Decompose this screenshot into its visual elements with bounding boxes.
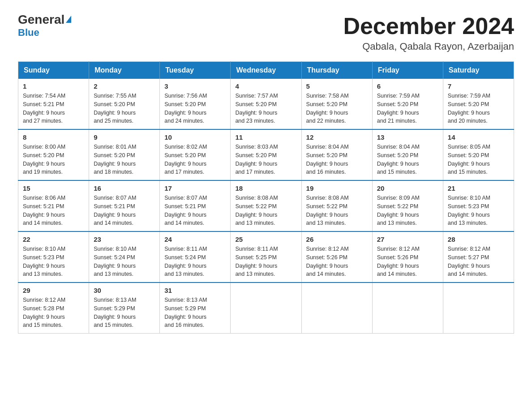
day-number: 31 [164,287,226,294]
calendar-cell: 1 Sunrise: 7:54 AM Sunset: 5:21 PM Dayli… [18,79,89,129]
day-number: 18 [235,184,296,192]
weekday-header-saturday: Saturday [443,62,514,79]
day-info: Sunrise: 8:10 AM Sunset: 5:24 PM Dayligh… [94,245,155,278]
day-number: 28 [448,235,509,243]
calendar-cell: 4 Sunrise: 7:57 AM Sunset: 5:20 PM Dayli… [231,79,301,129]
day-number: 23 [94,235,155,243]
day-number: 26 [306,235,368,243]
day-number: 25 [235,235,296,243]
day-info: Sunrise: 7:58 AM Sunset: 5:20 PM Dayligh… [306,92,368,125]
day-info: Sunrise: 8:04 AM Sunset: 5:20 PM Dayligh… [377,143,438,176]
day-info: Sunrise: 8:06 AM Sunset: 5:21 PM Dayligh… [23,194,84,227]
day-number: 21 [448,184,509,192]
calendar-cell: 30 Sunrise: 8:13 AM Sunset: 5:29 PM Dayl… [89,283,160,334]
calendar-cell: 3 Sunrise: 7:56 AM Sunset: 5:20 PM Dayli… [160,79,231,129]
day-info: Sunrise: 8:12 AM Sunset: 5:26 PM Dayligh… [306,245,368,278]
day-number: 27 [377,235,438,243]
day-number: 11 [235,133,296,141]
page-header: General Blue December 2024 Qabala, Qabal… [18,13,514,52]
calendar-cell: 13 Sunrise: 8:04 AM Sunset: 5:20 PM Dayl… [372,129,443,180]
day-number: 12 [306,133,368,141]
day-number: 9 [94,133,155,141]
day-info: Sunrise: 7:55 AM Sunset: 5:20 PM Dayligh… [94,92,155,125]
calendar-cell: 14 Sunrise: 8:05 AM Sunset: 5:20 PM Dayl… [443,129,514,180]
day-number: 24 [164,235,226,243]
day-number: 7 [448,82,509,90]
calendar-cell: 8 Sunrise: 8:00 AM Sunset: 5:20 PM Dayli… [18,129,89,180]
calendar-week-row: 22 Sunrise: 8:10 AM Sunset: 5:23 PM Dayl… [18,231,514,283]
day-info: Sunrise: 8:03 AM Sunset: 5:20 PM Dayligh… [235,143,296,176]
title-section: December 2024 Qabala, Qabala Rayon, Azer… [343,13,514,52]
day-info: Sunrise: 7:59 AM Sunset: 5:20 PM Dayligh… [448,92,509,125]
logo: General Blue [18,13,71,39]
day-info: Sunrise: 8:01 AM Sunset: 5:20 PM Dayligh… [94,143,155,176]
calendar-cell [301,283,372,334]
calendar-cell: 9 Sunrise: 8:01 AM Sunset: 5:20 PM Dayli… [89,129,160,180]
day-number: 19 [306,184,368,192]
day-number: 13 [377,133,438,141]
calendar-cell: 11 Sunrise: 8:03 AM Sunset: 5:20 PM Dayl… [231,129,301,180]
day-info: Sunrise: 8:02 AM Sunset: 5:20 PM Dayligh… [164,143,226,176]
calendar-cell [231,283,301,334]
calendar-table: SundayMondayTuesdayWednesdayThursdayFrid… [18,61,514,334]
day-number: 8 [23,133,84,141]
day-number: 30 [94,287,155,294]
calendar-cell: 18 Sunrise: 8:08 AM Sunset: 5:22 PM Dayl… [231,180,301,231]
calendar-week-row: 1 Sunrise: 7:54 AM Sunset: 5:21 PM Dayli… [18,79,514,129]
day-info: Sunrise: 7:57 AM Sunset: 5:20 PM Dayligh… [235,92,296,125]
day-info: Sunrise: 8:07 AM Sunset: 5:21 PM Dayligh… [94,194,155,227]
calendar-cell: 27 Sunrise: 8:12 AM Sunset: 5:26 PM Dayl… [372,231,443,283]
day-info: Sunrise: 8:05 AM Sunset: 5:20 PM Dayligh… [448,143,509,176]
day-info: Sunrise: 8:11 AM Sunset: 5:25 PM Dayligh… [235,245,296,278]
calendar-cell: 5 Sunrise: 7:58 AM Sunset: 5:20 PM Dayli… [301,79,372,129]
weekday-header-sunday: Sunday [18,62,89,79]
day-info: Sunrise: 8:09 AM Sunset: 5:22 PM Dayligh… [377,194,438,227]
location-title: Qabala, Qabala Rayon, Azerbaijan [343,41,514,52]
day-number: 2 [94,82,155,90]
weekday-header-wednesday: Wednesday [231,62,301,79]
calendar-cell: 2 Sunrise: 7:55 AM Sunset: 5:20 PM Dayli… [89,79,160,129]
day-info: Sunrise: 7:56 AM Sunset: 5:20 PM Dayligh… [164,92,226,125]
day-info: Sunrise: 8:04 AM Sunset: 5:20 PM Dayligh… [306,143,368,176]
day-info: Sunrise: 8:07 AM Sunset: 5:21 PM Dayligh… [164,194,226,227]
calendar-cell: 6 Sunrise: 7:59 AM Sunset: 5:20 PM Dayli… [372,79,443,129]
day-number: 16 [94,184,155,192]
calendar-cell: 23 Sunrise: 8:10 AM Sunset: 5:24 PM Dayl… [89,231,160,283]
calendar-cell: 20 Sunrise: 8:09 AM Sunset: 5:22 PM Dayl… [372,180,443,231]
weekday-header-friday: Friday [372,62,443,79]
day-info: Sunrise: 7:59 AM Sunset: 5:20 PM Dayligh… [377,92,438,125]
day-info: Sunrise: 8:12 AM Sunset: 5:26 PM Dayligh… [377,245,438,278]
weekday-header-tuesday: Tuesday [160,62,231,79]
day-info: Sunrise: 8:12 AM Sunset: 5:28 PM Dayligh… [23,296,84,330]
calendar-cell: 12 Sunrise: 8:04 AM Sunset: 5:20 PM Dayl… [301,129,372,180]
calendar-cell: 17 Sunrise: 8:07 AM Sunset: 5:21 PM Dayl… [160,180,231,231]
day-number: 10 [164,133,226,141]
calendar-cell [443,283,514,334]
calendar-cell: 19 Sunrise: 8:08 AM Sunset: 5:22 PM Dayl… [301,180,372,231]
day-info: Sunrise: 8:10 AM Sunset: 5:23 PM Dayligh… [448,194,509,227]
calendar-cell: 10 Sunrise: 8:02 AM Sunset: 5:20 PM Dayl… [160,129,231,180]
day-info: Sunrise: 8:08 AM Sunset: 5:22 PM Dayligh… [306,194,368,227]
logo-general: General [18,13,71,26]
day-number: 6 [377,82,438,90]
day-number: 1 [23,82,84,90]
calendar-cell [372,283,443,334]
month-title: December 2024 [343,13,514,39]
day-number: 20 [377,184,438,192]
calendar-cell: 24 Sunrise: 8:11 AM Sunset: 5:24 PM Dayl… [160,231,231,283]
day-info: Sunrise: 8:08 AM Sunset: 5:22 PM Dayligh… [235,194,296,227]
calendar-week-row: 15 Sunrise: 8:06 AM Sunset: 5:21 PM Dayl… [18,180,514,231]
calendar-cell: 21 Sunrise: 8:10 AM Sunset: 5:23 PM Dayl… [443,180,514,231]
day-number: 22 [23,235,84,243]
calendar-cell: 29 Sunrise: 8:12 AM Sunset: 5:28 PM Dayl… [18,283,89,334]
day-number: 14 [448,133,509,141]
day-number: 15 [23,184,84,192]
calendar-cell: 25 Sunrise: 8:11 AM Sunset: 5:25 PM Dayl… [231,231,301,283]
day-number: 3 [164,82,226,90]
calendar-cell: 26 Sunrise: 8:12 AM Sunset: 5:26 PM Dayl… [301,231,372,283]
calendar-week-row: 8 Sunrise: 8:00 AM Sunset: 5:20 PM Dayli… [18,129,514,180]
day-number: 29 [23,287,84,294]
day-info: Sunrise: 8:00 AM Sunset: 5:20 PM Dayligh… [23,143,84,176]
day-number: 4 [235,82,296,90]
day-info: Sunrise: 8:12 AM Sunset: 5:27 PM Dayligh… [448,245,509,278]
